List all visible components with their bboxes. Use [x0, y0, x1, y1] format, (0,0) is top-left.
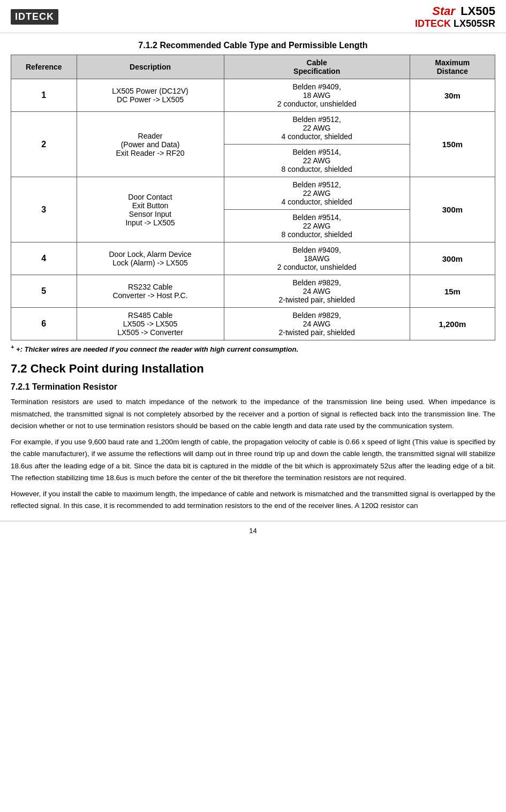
ref-3: 3 [11, 177, 77, 242]
section-72: 7.2 Check Point during Installation 7.2.… [11, 362, 495, 512]
spec-4-1: Belden #9409,18AWG2 conductor, unshielde… [224, 242, 410, 275]
spec-2-2: Belden #9514,22 AWG8 conductor, shielded [224, 145, 410, 177]
col-header-cable-spec: CableSpecification [224, 55, 410, 79]
spec-5-1: Belden #9829,24 AWG2-twisted pair, shiel… [224, 275, 410, 308]
dist-1: 30m [410, 79, 495, 112]
body-paragraph-1: Termination resistors are used to match … [11, 396, 495, 432]
cable-table: Reference Description CableSpecification… [11, 55, 495, 340]
section-title: 7.1.2 Recommended Cable Type and Permiss… [21, 41, 485, 50]
dist-2: 150m [410, 112, 495, 177]
idteck-logo-text: IDTECK [15, 11, 54, 22]
ref-4: 4 [11, 242, 77, 275]
section-721-title: 7.2.1 Termination Resistor [11, 382, 495, 392]
footnote-text: +: Thicker wires are needed if you conne… [16, 345, 298, 353]
spec-3-2: Belden #9514,22 AWG8 conductor, shielded [224, 210, 410, 242]
desc-4: Door Lock, Alarm DeviceLock (Alarm) -> L… [77, 242, 224, 275]
spec-2-1: Belden #9512,22 AWG4 conductor, shielded [224, 112, 410, 145]
col-header-description: Description [77, 55, 224, 79]
col-header-max-distance: MaximumDistance [410, 55, 495, 79]
table-header-row: Reference Description CableSpecification… [11, 55, 495, 79]
idteck-lx505sr-label: IDTECK LX505SR [415, 18, 495, 29]
ref-2: 2 [11, 112, 77, 177]
dist-3: 300m [410, 177, 495, 242]
table-row: 6 RS485 CableLX505 -> LX505LX505 -> Conv… [11, 308, 495, 340]
spec-6-1: Belden #9829,24 AWG2-twisted pair, shiel… [224, 308, 410, 340]
lx505-text: LX505 [460, 4, 495, 18]
footnote-sup: + [11, 344, 14, 350]
desc-6: RS485 CableLX505 -> LX505LX505 -> Conver… [77, 308, 224, 340]
table-row: 5 RS232 CableConverter -> Host P.C. Beld… [11, 275, 495, 308]
product-logo-right: Star LX505 IDTECK LX505SR [415, 4, 495, 29]
desc-1: LX505 Power (DC12V)DC Power -> LX505 [77, 79, 224, 112]
table-row: 2 Reader(Power and Data)Exit Reader -> R… [11, 112, 495, 145]
desc-2: Reader(Power and Data)Exit Reader -> RF2… [77, 112, 224, 177]
page-number: 14 [0, 521, 506, 537]
table-row: 1 LX505 Power (DC12V)DC Power -> LX505 B… [11, 79, 495, 112]
table-row: 3 Door ContactExit ButtonSensor InputInp… [11, 177, 495, 210]
page-header: IDTECK Star LX505 IDTECK LX505SR [0, 0, 506, 33]
idteck-logo-left: IDTECK [11, 9, 58, 25]
ref-1: 1 [11, 79, 77, 112]
spec-1-1: Belden #9409,18 AWG2 conductor, unshield… [224, 79, 410, 112]
body-paragraph-3: However, if you install the cable to max… [11, 488, 495, 512]
body-text: Termination resistors are used to match … [11, 396, 495, 512]
lx505sr-text: LX505SR [454, 18, 495, 29]
ref-6: 6 [11, 308, 77, 340]
desc-3: Door ContactExit ButtonSensor InputInput… [77, 177, 224, 242]
col-header-reference: Reference [11, 55, 77, 79]
star-lx505-label: Star LX505 [432, 4, 495, 18]
dist-4: 300m [410, 242, 495, 275]
table-footnote: + +: Thicker wires are needed if you con… [11, 344, 495, 353]
ref-5: 5 [11, 275, 77, 308]
dist-5: 15m [410, 275, 495, 308]
table-row: 4 Door Lock, Alarm DeviceLock (Alarm) ->… [11, 242, 495, 275]
star-text: Star [432, 4, 455, 18]
main-content: 7.1.2 Recommended Cable Type and Permiss… [0, 41, 506, 512]
spec-3-1: Belden #9512,22 AWG4 conductor, shielded [224, 177, 410, 210]
dist-6: 1,200m [410, 308, 495, 340]
idteck-right-text: IDTECK [415, 18, 451, 29]
desc-5: RS232 CableConverter -> Host P.C. [77, 275, 224, 308]
section-72-title: 7.2 Check Point during Installation [11, 362, 495, 376]
body-paragraph-2: For example, if you use 9,600 baud rate … [11, 436, 495, 484]
